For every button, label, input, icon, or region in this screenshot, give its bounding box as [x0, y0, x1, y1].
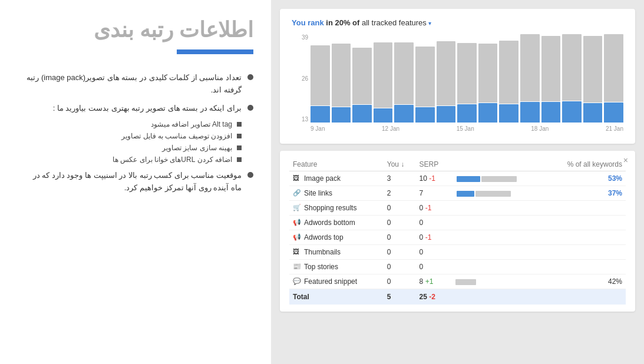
feature-name-3: Adwords bottom	[304, 219, 355, 227]
bar-blue	[415, 107, 435, 123]
feature-cell-4: 📢Adwords top	[289, 230, 384, 245]
x-label-3: 15 Jan	[457, 125, 474, 132]
serp-cell-1: 7	[416, 186, 451, 201]
table-card: × Feature You ↓ SERP % of all keywords 🖼…	[280, 151, 635, 312]
bar-cell-6	[451, 260, 544, 274]
bar-blue	[541, 102, 561, 123]
bar-blue	[374, 108, 393, 123]
bullet-dot-1	[247, 74, 253, 80]
pct-cell-0: 53%	[544, 171, 626, 186]
bar-gray	[499, 41, 518, 104]
bar-group	[562, 34, 582, 123]
story-icon: 📰	[293, 263, 301, 271]
sub-text-1: Alt tag تصاویر اضافه میشود	[151, 120, 232, 128]
bullet-text-2: برای اینکه در بسته های تصویر رتبه بهتری …	[53, 102, 242, 115]
dropdown-arrow[interactable]: ▾	[428, 20, 431, 27]
bar-cell-1	[451, 186, 544, 201]
sub-item-3: بهینه سازی سایز تصاویر	[24, 144, 242, 152]
total-you: 5	[384, 289, 416, 305]
feature-cell-3: 📢Adwords bottom	[289, 216, 384, 230]
bar-cell-2	[451, 201, 544, 216]
col-pct: % of all keywords	[544, 158, 626, 171]
feature-cell-6: 📰Top stories	[289, 260, 384, 274]
chart-area: 39 26 13 9 Jan 12 Jan 15 Jan 18 Jan 21 J…	[292, 34, 623, 134]
bar-blue	[352, 105, 372, 123]
blue-accent-bar	[177, 49, 253, 54]
rank-text: You rank	[292, 18, 324, 27]
bar-blue	[394, 105, 414, 123]
chart-title: You rank in 20% of all tracked features …	[292, 18, 623, 27]
table-header-row: Feature You ↓ SERP % of all keywords	[289, 158, 626, 171]
x-label-5: 21 Jan	[606, 125, 623, 132]
mini-bar-blue-0	[457, 176, 480, 182]
table-row: 📰Top stories00	[289, 260, 626, 274]
bar-group	[541, 34, 561, 123]
bar-blue	[583, 103, 603, 123]
bar-group	[583, 34, 603, 123]
mini-bar-gray-1	[475, 191, 511, 197]
bar-blue	[437, 106, 456, 123]
bullet-text-1: تعداد مناسبی از کلمات کلیدی در بسته های …	[24, 72, 242, 97]
ad-icon: 📢	[293, 219, 301, 227]
bar-blue	[311, 106, 330, 123]
mini-bar-blue-1	[457, 191, 474, 197]
pct-cell-6	[544, 260, 626, 274]
bar-group	[415, 34, 435, 123]
rest-text: all tracked features	[362, 18, 427, 27]
bar-group	[604, 34, 623, 123]
pct-cell-3	[544, 216, 626, 230]
sub-item-1: Alt tag تصاویر اضافه میشود	[24, 120, 242, 128]
mini-bar-gray2-7	[455, 279, 476, 285]
bar-group	[352, 34, 372, 123]
sub-square-4	[237, 157, 242, 162]
change-4: -1	[423, 233, 431, 241]
total-row: Total525 -2	[289, 289, 626, 305]
table-row: 📢Adwords bottom00	[289, 216, 626, 230]
pct-cell-2	[544, 201, 626, 216]
shop-icon: 🛒	[293, 204, 301, 212]
change-7: +1	[423, 277, 433, 286]
table-row: 🖼Image pack310 -153%	[289, 171, 626, 186]
bar-gray	[415, 47, 435, 107]
bullet-text-3: موقعیت مناسب برای کسب رتبه بالا در اسنیپ…	[24, 170, 242, 194]
bar-group	[437, 34, 456, 123]
feature-name-6: Top stories	[304, 263, 338, 271]
bar-gray	[541, 36, 561, 101]
table-row: 🛒Shopping results00 -1	[289, 201, 626, 216]
bar-group	[394, 34, 414, 123]
sub-text-4: اضافه کردن URLهای خوانا برای عکس ها	[113, 155, 232, 164]
pct-cell-7: 42%	[544, 274, 626, 289]
bar-gray	[332, 44, 351, 107]
sub-text-2: افزودن توصیف مناسب به فایل تصاویر	[121, 132, 232, 140]
bar-gray	[457, 43, 477, 104]
feature-name-7: Featured snippet	[304, 277, 357, 286]
sub-text-3: بهینه سازی سایز تصاویر	[162, 144, 232, 152]
serp-cell-7: 8 +1	[416, 274, 451, 289]
bullet-item-3: موقعیت مناسب برای کسب رتبه بالا در اسنیپ…	[24, 170, 253, 194]
total-pct	[544, 289, 626, 305]
bar-gray	[562, 34, 582, 101]
bar-blue	[457, 104, 477, 123]
you-cell-4: 0	[384, 230, 416, 245]
serp-cell-0: 10 -1	[416, 171, 451, 186]
you-cell-6: 0	[384, 260, 416, 274]
feature-name-5: Thumbnails	[304, 248, 341, 256]
bar-cell-4	[451, 230, 544, 245]
sub-square-3	[237, 145, 242, 150]
bar-group	[457, 34, 477, 123]
bar-group	[520, 34, 540, 123]
change-2: -1	[423, 204, 431, 212]
feature-name-4: Adwords top	[304, 233, 344, 241]
table-row: 💬Featured snippet08 +142%	[289, 274, 626, 289]
bar-blue	[520, 102, 540, 123]
bar-cell-7	[451, 274, 544, 289]
pct-cell-1: 37%	[544, 186, 626, 201]
serp-cell-6: 0	[416, 260, 451, 274]
sub-item-4: اضافه کردن URLهای خوانا برای عکس ها	[24, 155, 242, 164]
left-panel: اطلاعات رتبه بندی تعداد مناسبی از کلمات …	[0, 0, 271, 364]
close-button[interactable]: ×	[623, 155, 628, 165]
y-label-26: 26	[302, 75, 308, 82]
x-axis: 9 Jan 12 Jan 15 Jan 18 Jan 21 Jan	[311, 123, 623, 134]
table-row: 📢Adwords top00 -1	[289, 230, 626, 245]
bullet-dot-2	[247, 105, 253, 111]
